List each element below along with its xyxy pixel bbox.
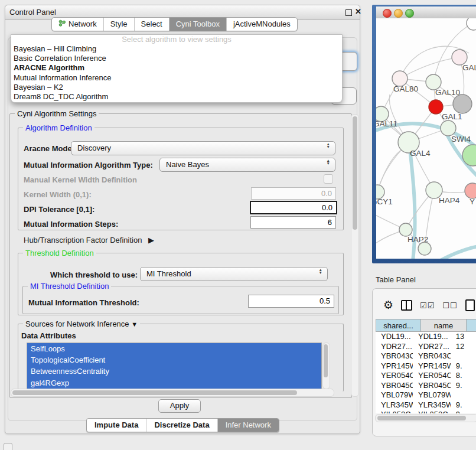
table-row[interactable]: YER054CYER054C8. xyxy=(376,371,476,381)
network-node-hap2[interactable] xyxy=(399,223,412,236)
tab-cyni-toolbox[interactable]: Cyni Toolbox xyxy=(169,18,227,31)
scrollbar-thumb[interactable] xyxy=(377,416,466,420)
table-cell: YDR27... xyxy=(376,342,413,352)
table-cell xyxy=(451,390,476,400)
table-toolbar: ⚙ ☑☑ ☐☐ xyxy=(383,298,475,312)
algorithm-option[interactable]: Mutual Information Inference xyxy=(11,73,342,83)
table-cell: YBL079W xyxy=(413,390,451,400)
columns-icon[interactable] xyxy=(401,300,412,311)
table-row[interactable]: YBR043CYBR043C xyxy=(376,351,476,361)
combo-value: MI Threshold xyxy=(146,269,191,278)
network-node-label: GAL1 xyxy=(442,112,462,121)
network-node-gal1[interactable] xyxy=(429,100,443,114)
algorithm-option[interactable]: Dream8 DC_TDC Algorithm xyxy=(11,92,342,102)
column-header-shared[interactable]: shared... xyxy=(376,319,421,332)
mi-algorithm-type-combo[interactable]: Naive Bayes ▲▼ xyxy=(159,158,335,172)
apply-button[interactable]: Apply xyxy=(158,399,201,413)
column-header-name[interactable]: name xyxy=(421,319,467,332)
algorithm-option[interactable]: Bayesian – Hill Climbing xyxy=(11,44,342,54)
network-node[interactable] xyxy=(467,18,476,30)
table-cell: YBR043C xyxy=(376,351,413,361)
network-view-window: GALGAL80GAL10GAL1GAL11SWI4GAL4GCY1HAP4YH… xyxy=(372,5,476,263)
kernel-width-field[interactable]: 0.0 xyxy=(251,187,336,200)
table-cell: YBL079W xyxy=(376,390,413,400)
network-node-label: GCY1 xyxy=(376,197,393,206)
network-node[interactable] xyxy=(418,242,431,255)
scrollbar-thumb[interactable] xyxy=(324,344,328,377)
aracne-mode-label: Aracne Mode: xyxy=(24,144,74,153)
dpi-tolerance-field[interactable]: 0.0 xyxy=(250,201,337,214)
data-attributes-label: Data Attributes xyxy=(21,331,76,340)
tab-select[interactable]: Select xyxy=(135,18,169,31)
data-attributes-list: SelfLoops TopologicalCoefficient Between… xyxy=(27,343,322,389)
column-header-cut[interactable] xyxy=(467,319,476,332)
tab-discretize-data[interactable]: Discretize Data xyxy=(146,419,217,432)
float-window-icon[interactable] xyxy=(345,9,352,16)
close-traffic-light-icon[interactable] xyxy=(383,9,392,18)
combo-value: Discovery xyxy=(77,144,111,152)
table-cell: YBR045C xyxy=(413,381,451,391)
table-row[interactable]: YDR27...YDR27...12 xyxy=(376,342,476,352)
network-edge xyxy=(439,246,476,259)
close-icon[interactable]: ✕ xyxy=(355,7,361,16)
mi-threshold-field[interactable]: 0.5 xyxy=(248,295,334,308)
tab-network[interactable]: Network xyxy=(52,18,104,31)
network-node[interactable] xyxy=(453,94,472,113)
table-cell: YPR145W xyxy=(413,361,451,371)
aracne-mode-combo[interactable]: Discovery ▲▼ xyxy=(71,141,335,155)
network-node-swi4[interactable] xyxy=(441,120,456,136)
network-node-label: GAL80 xyxy=(393,84,418,93)
network-window-titlebar xyxy=(376,6,476,19)
table-horizontal-scrollbar[interactable] xyxy=(375,414,476,422)
network-node-label: GAL11 xyxy=(376,119,397,128)
group-title: Cyni Algorithm Settings xyxy=(15,109,99,118)
table-cell: 13 xyxy=(451,332,476,342)
zoom-traffic-light-icon[interactable] xyxy=(405,9,414,18)
table-cell: 9 xyxy=(451,410,476,413)
gear-icon[interactable]: ⚙ xyxy=(383,299,393,311)
tab-infer-network[interactable]: Infer Network xyxy=(218,419,279,432)
algorithm-option-selected[interactable]: ARACNE Algorithm xyxy=(11,63,342,73)
list-item[interactable]: gal4RGexp xyxy=(27,377,321,389)
list-item[interactable]: BetweennessCentrality xyxy=(27,366,321,377)
checked-boxes-icon[interactable]: ☑☑ xyxy=(420,301,435,310)
hub-definition-toggle[interactable]: Hub/Transcription Factor Definition ▶ xyxy=(24,236,154,244)
table-row[interactable]: YBR045CYBR045C9. xyxy=(376,381,476,391)
settings-vertical-scrollbar[interactable] xyxy=(351,114,359,397)
expand-right-icon: ▶ xyxy=(148,236,154,244)
algorithm-option[interactable]: Bayesian – K2 xyxy=(11,83,342,92)
table-panel: ⚙ ☑☑ ☐☐ shared... name YDL19...YDL19...1… xyxy=(372,288,476,436)
tab-jactivemnodules[interactable]: jActiveMNodules xyxy=(227,18,297,31)
table-body: YDL19...YDL19...13YDR27...YDR27...12YBR0… xyxy=(376,332,476,413)
unchecked-boxes-icon[interactable]: ☐☐ xyxy=(442,301,457,310)
which-threshold-combo[interactable]: MI Threshold ▲▼ xyxy=(140,267,328,281)
network-node-y[interactable] xyxy=(465,183,476,198)
collapse-down-icon: ▼ xyxy=(131,321,138,328)
collapsed-panel-icon[interactable] xyxy=(4,443,12,450)
tab-style[interactable]: Style xyxy=(104,18,135,31)
list-vertical-scrollbar[interactable] xyxy=(322,343,330,389)
minimize-traffic-light-icon[interactable] xyxy=(394,9,403,18)
mi-steps-field[interactable]: 6 xyxy=(250,216,336,229)
scrollbar-thumb[interactable] xyxy=(353,116,357,230)
table-row[interactable]: YBL079WYBL079W xyxy=(376,390,476,400)
table-row[interactable]: YIL052CYIL052C9 xyxy=(376,410,476,413)
settings-horizontal-scrollbar[interactable] xyxy=(11,389,334,397)
tab-impute-data[interactable]: Impute Data xyxy=(87,419,146,432)
network-canvas[interactable]: GALGAL80GAL10GAL1GAL11SWI4GAL4GCY1HAP4YH… xyxy=(376,18,476,259)
list-item[interactable]: SelfLoops xyxy=(27,343,321,354)
sources-toggle[interactable]: Sources for Network Inference ▼ xyxy=(23,319,140,328)
scrollbar-thumb[interactable] xyxy=(12,390,297,395)
table-cell: YPR145W xyxy=(376,361,413,371)
table-row[interactable]: YDL19...YDL19...13 xyxy=(376,332,476,342)
network-node-label: GAL xyxy=(462,63,476,72)
algorithm-option[interactable]: Basic Correlation Inference xyxy=(11,54,342,63)
table-cell: 9. xyxy=(451,400,476,410)
document-icon[interactable] xyxy=(465,299,475,311)
table-row[interactable]: YLR345WYLR345W9. xyxy=(376,400,476,410)
list-item[interactable]: TopologicalCoefficient xyxy=(27,354,321,366)
table-row[interactable]: YPR145WYPR145W9. xyxy=(376,361,476,371)
manual-kernel-checkbox[interactable] xyxy=(324,174,333,184)
table-cell: YER054C xyxy=(376,371,413,381)
network-node-label: SWI4 xyxy=(451,135,471,144)
